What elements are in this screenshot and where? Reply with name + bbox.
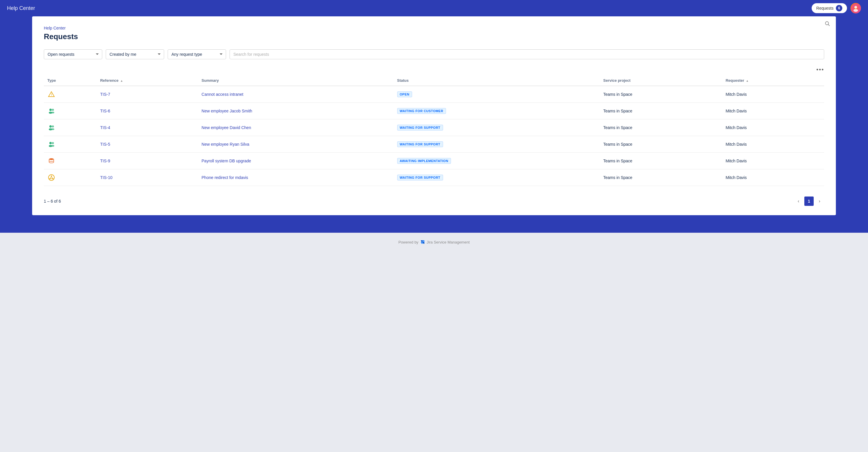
type-icon-people xyxy=(47,124,56,132)
reference-link[interactable]: TIS-4 xyxy=(100,125,110,130)
svg-point-12 xyxy=(52,126,54,128)
next-page-button[interactable]: › xyxy=(815,196,824,206)
reference-link[interactable]: TIS-10 xyxy=(100,175,113,180)
cell-summary[interactable]: New employee Jacob Smith xyxy=(198,103,394,120)
cell-status: WAITING FOR SUPPORT xyxy=(394,136,600,153)
cell-service-project: Teams in Space xyxy=(600,120,722,136)
cell-requester: Mitch Davis xyxy=(722,153,824,169)
table-row: TIS-6 New employee Jacob Smith WAITING F… xyxy=(44,103,824,120)
status-badge: WAITING FOR SUPPORT xyxy=(397,141,443,147)
cell-service-project: Teams in Space xyxy=(600,169,722,186)
topnav-right: Requests 6 xyxy=(812,3,861,13)
cell-service-project: Teams in Space xyxy=(600,86,722,103)
summary-link[interactable]: New employee David Chen xyxy=(202,125,251,130)
cell-requester: Mitch Davis xyxy=(722,136,824,153)
avatar[interactable] xyxy=(850,3,861,13)
creator-filter[interactable]: Created by me All requests xyxy=(106,50,164,59)
svg-point-14 xyxy=(49,142,52,144)
cell-reference[interactable]: TIS-7 xyxy=(97,86,198,103)
svg-point-20 xyxy=(51,175,52,176)
col-requester[interactable]: Requester ▲ xyxy=(722,75,824,86)
brand-name: Jira Service Management xyxy=(427,240,470,245)
table-row: TIS-5 New employee Ryan Silva WAITING FO… xyxy=(44,136,824,153)
col-service-project: Service project xyxy=(600,75,722,86)
requests-table: Type Reference ▲ Summary Status Service … xyxy=(44,75,824,186)
table-row: TIS-4 New employee David Chen WAITING FO… xyxy=(44,120,824,136)
jira-logo-icon xyxy=(420,240,425,245)
summary-link[interactable]: Payroll system DB upgrade xyxy=(202,159,251,163)
requests-badge-label: Requests xyxy=(816,6,834,10)
breadcrumb[interactable]: Help Center xyxy=(44,26,824,30)
cell-status: OPEN xyxy=(394,86,600,103)
reference-link[interactable]: TIS-7 xyxy=(100,92,110,97)
col-status: Status xyxy=(394,75,600,86)
type-filter[interactable]: Any request type xyxy=(168,50,226,59)
svg-point-13 xyxy=(52,128,54,130)
status-badge: WAITING FOR SUPPORT xyxy=(397,125,443,131)
type-icon-network xyxy=(47,173,56,182)
search-input[interactable] xyxy=(229,50,824,59)
status-badge: OPEN xyxy=(397,91,412,97)
svg-point-10 xyxy=(49,125,52,128)
svg-point-2 xyxy=(854,9,858,12)
svg-line-4 xyxy=(828,25,830,26)
pagination-count: 1 – 6 of 6 xyxy=(44,199,61,203)
type-icon-people xyxy=(47,107,56,115)
reference-sort-icon: ▲ xyxy=(120,79,123,82)
cell-status: WAITING FOR SUPPORT xyxy=(394,120,600,136)
more-options-button[interactable]: ••• xyxy=(816,66,824,73)
cell-summary[interactable]: Phone redirect for mdavis xyxy=(198,169,394,186)
status-badge: AWAITING IMPLEMENTATION xyxy=(397,158,451,164)
cell-status: WAITING FOR CUSTOMER xyxy=(394,103,600,120)
requests-badge[interactable]: Requests 6 xyxy=(812,3,847,13)
main-card: Help Center Requests Open requests All r… xyxy=(32,17,836,215)
card-search-icon[interactable] xyxy=(825,21,830,28)
requester-sort-icon: ▲ xyxy=(746,79,749,82)
cell-type xyxy=(44,103,97,120)
page-1-button[interactable]: 1 xyxy=(804,196,814,206)
svg-line-23 xyxy=(50,176,52,179)
col-reference[interactable]: Reference ▲ xyxy=(97,75,198,86)
cell-service-project: Teams in Space xyxy=(600,136,722,153)
cell-summary[interactable]: New employee David Chen xyxy=(198,120,394,136)
reference-link[interactable]: TIS-6 xyxy=(100,108,110,113)
cell-status: WAITING FOR SUPPORT xyxy=(394,169,600,186)
cell-summary[interactable]: New employee Ryan Silva xyxy=(198,136,394,153)
table-row: TIS-10 Phone redirect for mdavis WAITING… xyxy=(44,169,824,186)
cell-summary[interactable]: Cannot access intranet xyxy=(198,86,394,103)
cell-reference[interactable]: TIS-5 xyxy=(97,136,198,153)
page-title: Requests xyxy=(44,32,824,41)
svg-point-6 xyxy=(49,108,52,111)
type-icon-people xyxy=(47,140,56,148)
summary-link[interactable]: Phone redirect for mdavis xyxy=(202,175,248,180)
summary-link[interactable]: New employee Jacob Smith xyxy=(202,108,252,113)
cell-requester: Mitch Davis xyxy=(722,120,824,136)
col-type: Type xyxy=(44,75,97,86)
cell-reference[interactable]: TIS-4 xyxy=(97,120,198,136)
app-title: Help Center xyxy=(7,5,35,11)
cell-reference[interactable]: TIS-6 xyxy=(97,103,198,120)
cell-service-project: Teams in Space xyxy=(600,103,722,120)
reference-link[interactable]: TIS-5 xyxy=(100,142,110,147)
cell-reference[interactable]: TIS-9 xyxy=(97,153,198,169)
col-summary: Summary xyxy=(198,75,394,86)
blue-background: Help Center Requests Open requests All r… xyxy=(0,17,868,233)
cell-reference[interactable]: TIS-10 xyxy=(97,169,198,186)
cell-summary[interactable]: Payroll system DB upgrade xyxy=(198,153,394,169)
status-filter[interactable]: Open requests All requests Closed reques… xyxy=(44,50,102,59)
cell-requester: Mitch Davis xyxy=(722,103,824,120)
status-badge: WAITING FOR CUSTOMER xyxy=(397,108,446,114)
summary-link[interactable]: New employee Ryan Silva xyxy=(202,142,249,147)
cell-type xyxy=(44,169,97,186)
footer: Powered by Jira Service Management xyxy=(0,233,868,251)
prev-page-button[interactable]: ‹ xyxy=(794,196,803,206)
svg-line-24 xyxy=(52,176,53,179)
cell-type: ! xyxy=(44,86,97,103)
top-navigation: Help Center Requests 6 xyxy=(0,0,868,17)
pagination-controls: ‹ 1 › xyxy=(794,196,824,206)
svg-point-17 xyxy=(52,145,54,147)
summary-link[interactable]: Cannot access intranet xyxy=(202,92,243,97)
status-badge: WAITING FOR SUPPORT xyxy=(397,174,443,181)
svg-text:!: ! xyxy=(51,93,52,96)
reference-link[interactable]: TIS-9 xyxy=(100,159,110,163)
